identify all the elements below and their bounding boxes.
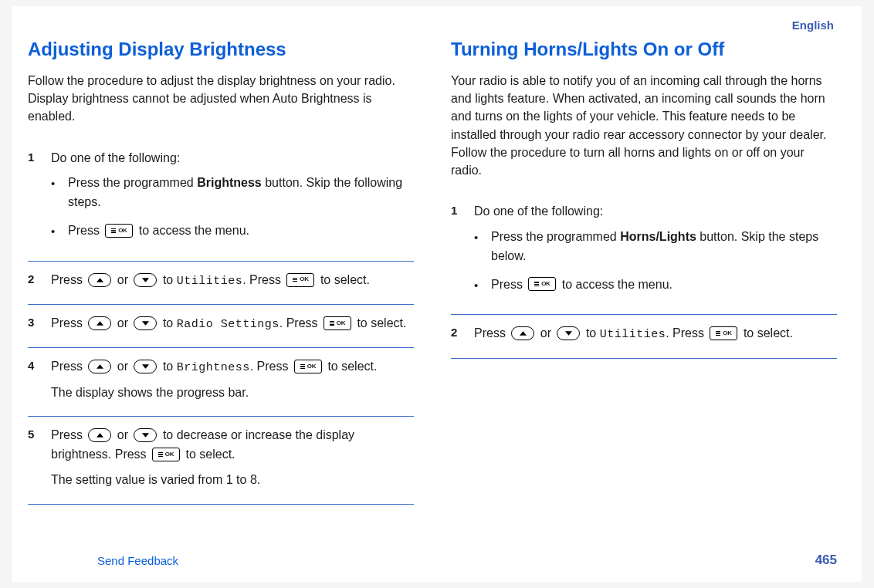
horns-lights-button-label: Horns/Lights (620, 230, 696, 243)
send-feedback-link[interactable]: Send Feedback (28, 554, 178, 567)
arrow-up-button-icon (88, 428, 111, 442)
step-text: Press or to Brightness. Press OK to sele… (51, 357, 414, 377)
arrow-down-button-icon (134, 273, 157, 287)
sub-bullet-list: Press the programmed Horns/Lights button… (474, 228, 837, 294)
step-number: 2 (451, 324, 474, 346)
page-footer: Send Feedback 465 (28, 553, 837, 568)
menu-ok-button-icon: OK (528, 277, 556, 291)
svg-marker-3 (142, 321, 149, 326)
step-item: 2 Press or to Utilities. Press OK to sel… (28, 261, 414, 304)
svg-marker-4 (97, 364, 103, 369)
content-columns: Adjusting Display Brightness Follow the … (28, 38, 837, 524)
svg-marker-6 (97, 433, 103, 438)
step-body: Press or to Utilities. Press OK to selec… (51, 271, 414, 293)
step-number: 4 (28, 357, 51, 405)
step-body: Press or to Brightness. Press OK to sele… (51, 357, 414, 405)
arrow-down-button-icon (134, 360, 157, 373)
menu-ok-button-icon: OK (324, 316, 351, 330)
svg-marker-5 (142, 364, 149, 369)
menu-ok-button-icon: OK (710, 326, 737, 340)
step-body: Press or to Radio Settings. Press OK to … (51, 314, 414, 336)
step-number: 2 (28, 271, 51, 293)
menu-utilities: Utilities (177, 275, 243, 288)
section-title-brightness: Adjusting Display Brightness (28, 38, 414, 61)
document-page: English Adjusting Display Brightness Fol… (12, 6, 862, 582)
arrow-up-button-icon (88, 273, 111, 287)
bullet-text: Press the programmed Horns/Lights button… (491, 228, 837, 266)
step-number: 3 (28, 314, 51, 336)
arrow-up-button-icon (88, 360, 111, 373)
step-item: 1 Do one of the following: Press the pro… (28, 140, 414, 261)
step-text: Press or to decrease or increase the dis… (51, 426, 414, 465)
step-item: 4 Press or to Brightness. Press OK to se… (28, 347, 414, 417)
menu-radio-settings: Radio Settings (177, 318, 279, 331)
bullet-text: Press OK to access the menu. (68, 221, 414, 241)
step-item: 2 Press or to Utilities. Press OK to sel… (451, 314, 837, 358)
sub-bullet-list: Press the programmed Brightness button. … (51, 174, 414, 240)
arrow-up-button-icon (88, 316, 111, 330)
step-after-text: The setting value is varied from 1 to 8. (51, 471, 414, 490)
step-item: 3 Press or to Radio Settings. Press OK t… (28, 304, 414, 347)
arrow-up-button-icon (511, 326, 534, 340)
step-after-text: The display shows the progress bar. (51, 384, 414, 403)
menu-brightness: Brightness (177, 361, 250, 374)
arrow-down-button-icon (134, 428, 157, 442)
brightness-button-label: Brightness (197, 176, 262, 189)
svg-marker-0 (97, 278, 103, 282)
bullet-text: Press the programmed Brightness button. … (68, 174, 414, 212)
svg-marker-8 (520, 331, 527, 336)
arrow-down-button-icon (557, 326, 580, 340)
sub-bullet-item: Press the programmed Brightness button. … (51, 174, 414, 212)
step-text: Press or to Utilities. Press OK to selec… (51, 271, 414, 290)
menu-ok-button-icon: OK (294, 360, 322, 373)
sub-bullet-item: Press OK to access the menu. (51, 221, 414, 241)
step-lead-text: Do one of the following: (51, 149, 414, 168)
step-number: 1 (451, 202, 474, 303)
menu-ok-button-icon: OK (105, 224, 133, 238)
language-label: English (28, 19, 837, 32)
section-horns-lights: Turning Horns/Lights On or Off Your radi… (451, 38, 837, 359)
step-item: 1 Do one of the following: Press the pro… (451, 193, 837, 314)
step-number: 5 (28, 426, 51, 492)
sub-bullet-item: Press OK to access the menu. (474, 275, 837, 295)
page-number: 465 (815, 553, 837, 568)
step-number: 1 (28, 149, 51, 250)
svg-marker-2 (97, 321, 103, 326)
step-item: 5 Press or to decrease or increase the d… (28, 417, 414, 504)
step-body: Press or to Utilities. Press OK to selec… (474, 324, 837, 346)
step-body: Do one of the following: Press the progr… (474, 202, 837, 303)
step-text: Press or to Radio Settings. Press OK to … (51, 314, 414, 333)
menu-utilities: Utilities (600, 328, 666, 341)
steps-list-brightness: 1 Do one of the following: Press the pro… (28, 140, 414, 505)
sub-bullet-item: Press the programmed Horns/Lights button… (474, 228, 837, 266)
menu-ok-button-icon: OK (152, 448, 180, 461)
svg-marker-9 (565, 331, 572, 336)
svg-marker-1 (142, 278, 149, 282)
section-intro-brightness: Follow the procedure to adjust the displ… (28, 72, 414, 126)
svg-marker-7 (142, 433, 149, 438)
step-lead-text: Do one of the following: (474, 202, 837, 221)
section-intro-horns: Your radio is able to notify you of an i… (451, 72, 837, 179)
step-body: Press or to decrease or increase the dis… (51, 426, 414, 492)
steps-list-horns: 1 Do one of the following: Press the pro… (451, 193, 837, 358)
bullet-text: Press OK to access the menu. (491, 275, 837, 295)
step-body: Do one of the following: Press the progr… (51, 149, 414, 250)
arrow-down-button-icon (134, 316, 157, 330)
section-title-horns: Turning Horns/Lights On or Off (451, 38, 837, 61)
step-text: Press or to Utilities. Press OK to selec… (474, 324, 837, 343)
menu-ok-button-icon: OK (286, 273, 314, 287)
